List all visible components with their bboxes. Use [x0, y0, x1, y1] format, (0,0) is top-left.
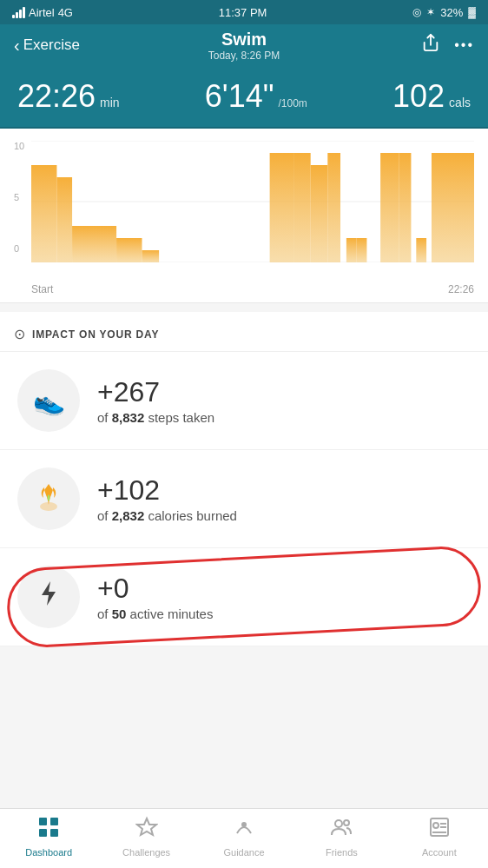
battery-label: 32% — [440, 6, 463, 19]
y-mid-label: 5 — [14, 192, 24, 202]
share-icon[interactable] — [421, 33, 440, 57]
steps-icon-circle: 👟 — [17, 369, 80, 432]
target-icon: ⊙ — [14, 326, 25, 342]
steps-impact-item: 👟 +267 of 8,832 steps taken — [0, 352, 488, 450]
svg-rect-14 — [357, 238, 367, 262]
carrier-label: Airtel — [29, 6, 55, 19]
chart-area: 10 5 0 — [0, 129, 488, 303]
svg-point-30 — [433, 823, 439, 828]
svg-marker-20 — [42, 581, 56, 606]
active-minutes-value: +0 — [97, 573, 471, 605]
svg-rect-12 — [327, 153, 340, 262]
nav-item-challenges[interactable]: Challenges — [97, 816, 195, 858]
svg-rect-15 — [380, 153, 399, 262]
more-options-icon[interactable]: ••• — [454, 37, 474, 53]
svg-rect-11 — [311, 165, 328, 262]
account-label: Account — [422, 847, 457, 858]
impact-section-title: IMPACT ON YOUR DAY — [32, 328, 159, 341]
svg-point-28 — [344, 820, 349, 825]
svg-rect-22 — [50, 818, 58, 825]
network-label: 4G — [58, 6, 73, 19]
swim-chart — [31, 141, 474, 262]
nav-item-guidance[interactable]: Guidance — [195, 816, 293, 858]
steps-impact-text: +267 of 8,832 steps taken — [97, 376, 471, 425]
y-axis-labels: 10 5 0 — [14, 141, 24, 254]
guidance-label: Guidance — [223, 847, 264, 858]
steps-icon: 👟 — [33, 386, 65, 416]
pace-value: 6'14" — [205, 78, 274, 115]
svg-rect-24 — [50, 829, 58, 837]
pace-unit: /100m — [279, 97, 307, 109]
pace-stat: 6'14" /100m — [205, 78, 307, 115]
calories-impact-value: +102 — [97, 474, 471, 507]
location-icon: ◎ — [412, 6, 421, 18]
signal-icon — [12, 7, 25, 18]
svg-rect-17 — [416, 238, 426, 262]
bluetooth-icon: ✶ — [426, 6, 435, 18]
stats-bar: 22:26 min 6'14" /100m 102 cals — [0, 70, 488, 129]
steps-value: +267 — [97, 376, 471, 408]
header-actions: ••• — [421, 33, 474, 57]
header-center: Swim Today, 8:26 PM — [208, 30, 280, 62]
nav-item-friends[interactable]: Friends — [293, 816, 390, 858]
nav-item-account[interactable]: Account — [391, 816, 488, 858]
y-min-label: 0 — [14, 243, 24, 254]
svg-rect-6 — [72, 226, 116, 262]
duration-unit: min — [100, 96, 120, 109]
header: ‹ Exercise Swim Today, 8:26 PM ••• — [0, 24, 488, 70]
svg-rect-5 — [56, 177, 72, 262]
chart-container: 10 5 0 — [14, 141, 474, 280]
battery-icon: ▓ — [468, 6, 476, 18]
status-bar: Airtel 4G 11:37 PM ◎ ✶ 32% ▓ — [0, 0, 488, 24]
time-label: 11:37 PM — [219, 6, 267, 19]
active-minutes-text: +0 of 50 active minutes — [97, 573, 471, 621]
calories-impact-text: +102 of 2,832 calories burned — [97, 474, 471, 523]
chart-x-start: Start — [31, 283, 53, 295]
active-minutes-impact-item: +0 of 50 active minutes — [0, 548, 488, 646]
dashboard-icon — [37, 816, 60, 844]
status-right: ◎ ✶ 32% ▓ — [412, 6, 476, 19]
calories-icon — [33, 480, 64, 518]
calories-icon-circle — [17, 467, 80, 530]
svg-point-27 — [335, 820, 342, 827]
challenges-icon — [135, 816, 158, 844]
svg-rect-9 — [270, 153, 293, 262]
back-button[interactable]: ‹ Exercise — [14, 36, 80, 56]
dashboard-label: Dashboard — [25, 847, 72, 858]
active-minutes-desc: of 50 active minutes — [97, 606, 471, 621]
calories-impact-item: +102 of 2,832 calories burned — [0, 450, 488, 548]
duration-stat: 22:26 min — [17, 78, 120, 115]
svg-rect-10 — [293, 153, 311, 262]
nav-item-dashboard[interactable]: Dashboard — [0, 816, 97, 858]
account-icon — [428, 816, 451, 844]
y-max-label: 10 — [14, 141, 24, 151]
calories-unit: cals — [449, 96, 471, 109]
calories-desc: of 2,832 calories burned — [97, 508, 471, 523]
svg-point-26 — [242, 823, 246, 826]
svg-rect-8 — [142, 250, 160, 262]
calories-value: 102 — [392, 78, 445, 115]
duration-value: 22:26 — [17, 78, 96, 115]
challenges-label: Challenges — [122, 847, 170, 858]
friends-icon — [330, 816, 353, 844]
back-chevron-icon: ‹ — [14, 36, 20, 56]
active-minutes-icon-circle — [17, 566, 80, 628]
calories-stat: 102 cals — [392, 78, 471, 115]
svg-marker-25 — [137, 818, 156, 835]
svg-rect-18 — [432, 153, 474, 262]
svg-rect-16 — [399, 153, 412, 262]
svg-rect-21 — [39, 818, 47, 825]
svg-rect-23 — [39, 829, 47, 837]
svg-rect-4 — [31, 165, 56, 262]
exercise-title: Swim — [208, 30, 280, 50]
chart-x-labels: Start 22:26 — [14, 283, 474, 295]
impact-section-header: ⊙ IMPACT ON YOUR DAY — [0, 312, 488, 352]
svg-rect-7 — [116, 238, 142, 262]
back-label: Exercise — [23, 36, 80, 54]
svg-rect-13 — [346, 238, 357, 262]
steps-desc: of 8,832 steps taken — [97, 410, 471, 425]
status-left: Airtel 4G — [12, 6, 73, 19]
bottom-nav: Dashboard Challenges Guidance — [0, 808, 488, 868]
active-minutes-icon — [33, 578, 64, 616]
friends-label: Friends — [326, 847, 358, 858]
